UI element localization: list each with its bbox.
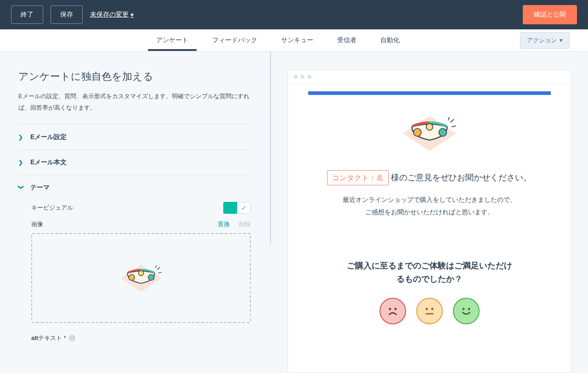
svg-point-17 (431, 308, 434, 310)
info-icon[interactable]: i (69, 335, 75, 341)
theme-section-body: キービジュアル ✓ 画像 置換 削除 (18, 192, 251, 342)
contact-name-token[interactable]: コンタクト：名 (327, 170, 389, 185)
alt-text-label: altテキスト * (31, 334, 66, 342)
svg-point-9 (426, 123, 433, 130)
svg-point-3 (148, 274, 154, 280)
hero-accent-bar (308, 91, 551, 95)
face-unhappy-button[interactable] (379, 298, 406, 324)
key-visual-label: キービジュアル (31, 204, 73, 212)
accordion-label: Eメール設定 (30, 133, 67, 141)
top-bar: 終了 保存 未保存の変更 ▾ 確認と公開 (0, 0, 588, 29)
svg-point-15 (395, 308, 397, 310)
svg-point-20 (468, 308, 470, 310)
chevron-right-icon: ❯ (18, 134, 24, 140)
tab-thankyou[interactable]: サンキュー (281, 30, 313, 51)
neutral-face-icon (421, 303, 438, 319)
key-visual-toggle[interactable]: ✓ (223, 202, 251, 214)
email-preview-frame: コンタクト：名 様のご意見をぜひお聞かせください。 最近オンラインショップで購入… (288, 70, 571, 373)
accordion-label: テーマ (30, 184, 50, 192)
svg-line-13 (448, 117, 449, 120)
accordion-theme[interactable]: ❯ テーマ キービジュアル ✓ 画像 置換 削除 (18, 175, 251, 353)
image-label: 画像 (31, 220, 43, 228)
greeting-suffix: 様のご意見をぜひお聞かせください。 (389, 173, 531, 182)
svg-point-16 (426, 308, 428, 310)
window-dot-icon (307, 75, 311, 79)
accordion-label: Eメール本文 (30, 158, 67, 167)
email-body-text: 最近オンラインショップで購入をしていただきましたので、ご感想をお聞かせいただけれ… (342, 194, 517, 218)
exit-button[interactable]: 終了 (11, 6, 43, 24)
accordion-email-body[interactable]: ❯ Eメール本文 (18, 150, 251, 175)
svg-point-10 (439, 128, 447, 136)
face-happy-button[interactable] (453, 298, 480, 324)
svg-line-5 (158, 272, 161, 273)
save-button[interactable]: 保存 (51, 6, 83, 24)
chevron-right-icon: ❯ (18, 159, 24, 166)
chevron-down-icon: ❯ (18, 185, 24, 190)
delete-image-link[interactable]: 削除 (239, 220, 251, 228)
preview-panel: コンタクト：名 様のご意見をぜひお聞かせください。 最近オンラインショップで購入… (271, 51, 588, 373)
svg-point-14 (389, 308, 391, 310)
settings-panel: アンケートに独自色を加える Eメールの設定、質問、表示形式をカスタマイズします。… (0, 51, 271, 373)
actions-label: アクション (527, 36, 557, 45)
page-subtitle: Eメールの設定、質問、表示形式をカスタマイズします。明確でシンプルな質問にすれば… (18, 91, 251, 113)
tab-recipients[interactable]: 受信者 (337, 30, 356, 51)
svg-point-2 (138, 271, 143, 276)
caret-down-icon: ▾ (560, 37, 563, 44)
svg-point-19 (463, 308, 465, 310)
window-dot-icon (294, 75, 298, 79)
svg-line-12 (452, 126, 456, 127)
svg-point-1 (129, 274, 135, 280)
tab-survey[interactable]: アンケート (156, 30, 188, 51)
image-preview-well[interactable] (31, 233, 251, 323)
greeting-line: コンタクト：名 様のご意見をぜひお聞かせください。 (308, 170, 551, 185)
preview-titlebar (288, 70, 571, 84)
tab-feedback[interactable]: フィードバック (212, 30, 257, 51)
survey-illustration-icon (111, 256, 171, 300)
face-neutral-button[interactable] (416, 298, 443, 324)
caret-down-icon: ▾ (130, 11, 134, 18)
accordion-email-settings[interactable]: ❯ Eメール設定 (18, 124, 251, 150)
unsaved-changes-label: 未保存の変更 (90, 11, 129, 19)
page-title: アンケートに独自色を加える (18, 70, 251, 84)
publish-button[interactable]: 確認と公開 (523, 5, 577, 24)
tab-automation[interactable]: 自動化 (380, 30, 400, 51)
survey-question: ご購入に至るまでのご体験はご満足いただけるものでしたか？ (347, 259, 512, 286)
svg-line-11 (451, 119, 454, 122)
rating-faces (308, 298, 551, 324)
check-icon: ✓ (241, 204, 247, 212)
survey-illustration-icon (390, 106, 469, 161)
svg-line-4 (157, 267, 160, 270)
svg-line-6 (156, 266, 157, 268)
unsaved-changes-dropdown[interactable]: 未保存の変更 ▾ (90, 11, 134, 19)
svg-point-8 (413, 128, 421, 136)
tabs-row: アンケート フィードバック サンキュー 受信者 自動化 アクション ▾ (0, 29, 588, 51)
window-dot-icon (300, 75, 305, 79)
replace-image-link[interactable]: 置換 (218, 220, 230, 228)
actions-dropdown[interactable]: アクション ▾ (520, 32, 570, 49)
frown-icon (384, 303, 401, 319)
smile-icon (458, 303, 475, 319)
